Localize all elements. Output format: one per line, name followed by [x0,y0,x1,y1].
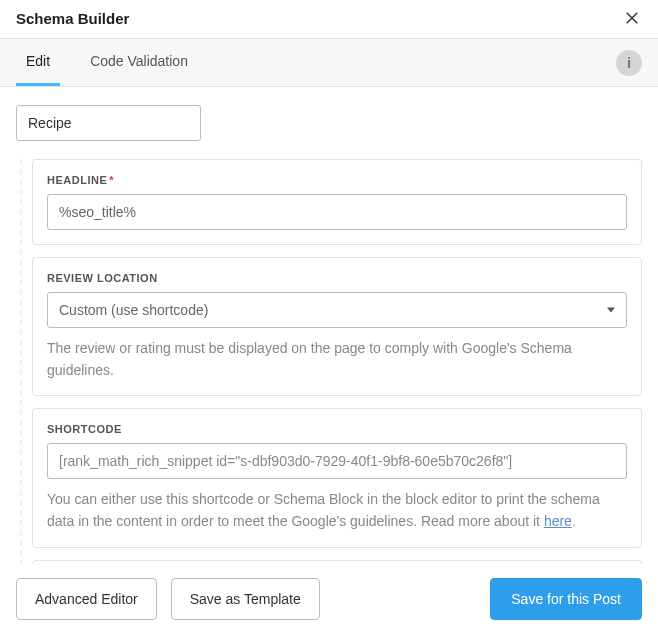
shortcode-input[interactable] [47,443,627,479]
review-location-note: The review or rating must be displayed o… [47,338,627,381]
section-review-location: REVIEW LOCATION Custom (use shortcode) T… [32,257,642,396]
review-location-label: REVIEW LOCATION [47,272,627,284]
shortcode-label: SHORTCODE [47,423,627,435]
close-icon[interactable] [622,8,642,28]
section-shortcode: SHORTCODE You can either use this shortc… [32,408,642,547]
shortcode-help-link[interactable]: here [544,513,572,529]
save-template-button[interactable]: Save as Template [171,578,320,620]
advanced-editor-button[interactable]: Advanced Editor [16,578,157,620]
tab-edit[interactable]: Edit [16,39,60,86]
headline-label: HEADLINE* [47,174,627,186]
tab-code-validation[interactable]: Code Validation [80,39,198,86]
modal-title: Schema Builder [16,10,129,27]
review-location-select[interactable]: Custom (use shortcode) [47,292,627,328]
schema-type-input[interactable] [16,105,201,141]
shortcode-note: You can either use this shortcode or Sch… [47,489,627,532]
headline-input[interactable] [47,194,627,230]
save-post-button[interactable]: Save for this Post [490,578,642,620]
section-headline: HEADLINE* [32,159,642,245]
help-icon[interactable]: i [616,50,642,76]
